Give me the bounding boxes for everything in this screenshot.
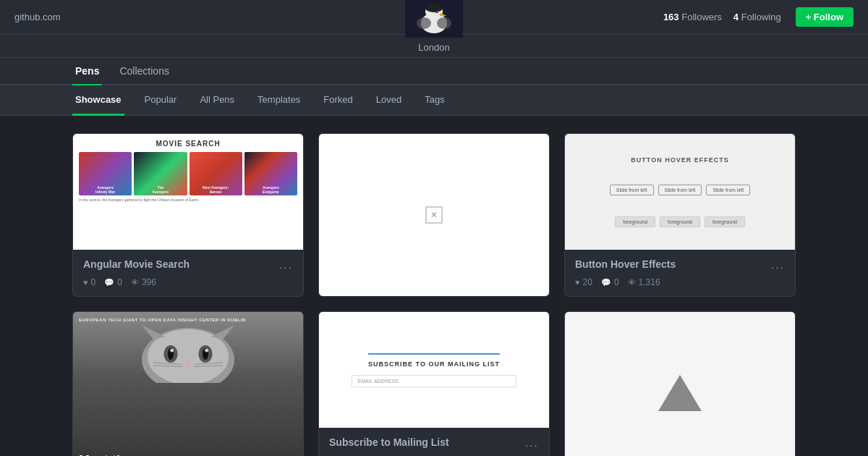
svg-point-6 — [437, 11, 438, 12]
card-footer-3: Button Hover Effects ··· ♥ 20 💬 0 👁 1,31… — [565, 250, 795, 296]
mini-btn-filled-3: foreground — [705, 216, 745, 227]
followers-count: 163 Followers — [663, 12, 722, 22]
svg-point-4 — [425, 4, 443, 12]
svg-point-7 — [417, 17, 431, 29]
btn-hover-title: BUTTON HOVER EFFECTS — [631, 156, 728, 164]
views-stat-1: 👁 396 — [131, 277, 156, 287]
movie-search-title: MOVIE SEARCH — [79, 140, 297, 148]
poster-label-4: AvengersEndgame — [244, 185, 297, 194]
more-button-5[interactable]: ··· — [525, 439, 539, 452]
site-link[interactable]: github.com — [14, 12, 61, 22]
meet-the-text: Meet the — [79, 453, 132, 456]
card-stats-3: ♥ 20 💬 0 👁 1,316 — [575, 277, 785, 287]
poster-1: AvengersInfinity War — [79, 152, 132, 195]
mini-btn-1: Slide from left — [610, 185, 654, 195]
header-right: 163 Followers 4 Following + Follow — [663, 7, 854, 27]
poster-label-3: Next Avengers:Heroes — [190, 185, 242, 194]
subscribe-title: SUBSCRIBE TO OUR MAILING LIST — [368, 353, 500, 368]
card-preview-css-menu[interactable]: ✕ — [319, 134, 549, 296]
avatar — [405, 0, 463, 38]
card-angular-movie-search: MOVIE SEARCH AvengersInfinity War TheAve… — [72, 133, 304, 297]
card-preview-triangle[interactable] — [565, 312, 795, 456]
svg-point-5 — [435, 10, 438, 13]
movie-desc: In the comics, the Avengers gathered to … — [79, 198, 297, 202]
card-preview-movie[interactable]: MOVIE SEARCH AvengersInfinity War TheAve… — [73, 134, 303, 250]
card-preview-cat[interactable]: EUROPEAN TECH GIANT TO OPEN DATA INSIGHT… — [73, 312, 303, 456]
avatar-section — [405, 0, 463, 38]
card-triangle: Triangle Shape ··· ♥ 0 💬 0 👁 0 — [564, 311, 796, 456]
email-field-preview: EMAIL ADDRESS — [352, 375, 517, 387]
svg-marker-12 — [211, 325, 234, 339]
header: github.com — [0, 0, 868, 35]
comment-icon-1: 💬 — [104, 278, 114, 287]
btn-row-2: foreground foreground foreground — [615, 216, 745, 227]
location-text: London — [418, 42, 449, 53]
eye-icon-1: 👁 — [131, 278, 139, 287]
sub-nav-tags[interactable]: Tags — [422, 85, 447, 116]
comments-stat-3: 💬 0 — [601, 277, 619, 287]
sub-nav-popular[interactable]: Popular — [142, 85, 180, 116]
following-count: 4 Following — [733, 12, 781, 22]
poster-4: AvengersEndgame — [244, 152, 297, 195]
header-left: github.com — [14, 12, 61, 22]
eye-icon-3: 👁 — [628, 278, 636, 287]
sub-nav-all-pens[interactable]: All Pens — [197, 85, 237, 116]
views-stat-3: 👁 1,316 — [628, 277, 660, 287]
svg-point-17 — [170, 349, 174, 352]
card-actions-1: Angular Movie Search ··· — [83, 258, 293, 277]
card-css-menu-icon: ✕ Pure CSS Menu Icon - Close ··· ♥ 29 💬 … — [318, 133, 550, 297]
sub-nav-templates[interactable]: Templates — [255, 85, 303, 116]
card-title-5: Subscribe to Mailing List — [329, 436, 449, 448]
triangle-shape-icon — [658, 375, 702, 411]
broken-image-icon: ✕ — [425, 206, 443, 224]
more-button-3[interactable]: ··· — [771, 261, 785, 274]
card-preview-button-hover[interactable]: BUTTON HOVER EFFECTS Slide from left Sli… — [565, 134, 795, 250]
btn-row-1: Slide from left Slide from left Slide fr… — [610, 185, 750, 195]
card-title-3: Button Hover Effects — [575, 258, 676, 270]
likes-stat-3: ♥ 20 — [575, 277, 592, 287]
svg-point-8 — [437, 17, 451, 29]
mini-btn-filled-1: foreground — [615, 216, 655, 227]
card-footer-2: Pure CSS Menu Icon - Close ··· ♥ 29 💬 0 … — [319, 296, 549, 297]
more-button-1[interactable]: ··· — [279, 261, 293, 274]
card-preview-subscribe[interactable]: SUBSCRIBE TO OUR MAILING LIST EMAIL ADDR… — [319, 312, 549, 428]
card-actions-3: Button Hover Effects ··· — [575, 258, 785, 277]
card-footer-5: Subscribe to Mailing List ··· ♥ 0 💬 0 👁 … — [319, 428, 549, 456]
svg-marker-11 — [142, 325, 165, 339]
cat-face-svg — [79, 325, 297, 383]
svg-point-18 — [205, 349, 208, 352]
avatar-image — [405, 0, 463, 38]
poster-label-2: TheAvengers — [134, 185, 187, 194]
sub-nav-forked[interactable]: Forked — [320, 85, 355, 116]
comment-icon-3: 💬 — [601, 278, 611, 287]
poster-2: TheAvengers — [134, 152, 187, 195]
heart-icon-1: ♥ — [83, 278, 88, 287]
location-row: London — [0, 35, 868, 58]
email-placeholder: EMAIL ADDRESS — [358, 379, 399, 384]
sub-nav-loved[interactable]: Loved — [373, 85, 404, 116]
likes-stat-1: ♥ 0 — [83, 277, 95, 287]
comments-stat-1: 💬 0 — [104, 277, 122, 287]
poster-label-1: AvengersInfinity War — [79, 185, 132, 194]
cards-container: MOVIE SEARCH AvengersInfinity War TheAve… — [0, 116, 868, 456]
sub-nav-showcase[interactable]: Showcase — [72, 85, 124, 116]
main-nav: Pens Collections — [0, 58, 868, 85]
main-nav-collections[interactable]: Collections — [116, 58, 171, 85]
poster-3: Next Avengers:Heroes — [190, 152, 242, 195]
card-actions-5: Subscribe to Mailing List ··· — [329, 436, 539, 455]
follow-button[interactable]: + Follow — [796, 7, 854, 27]
card-title-1: Angular Movie Search — [83, 258, 190, 270]
mini-btn-2: Slide from left — [658, 185, 702, 195]
mini-btn-filled-2: foreground — [660, 216, 700, 227]
sub-nav: Showcase Popular All Pens Templates Fork… — [0, 85, 868, 116]
heart-icon-3: ♥ — [575, 278, 580, 287]
card-footer-1: Angular Movie Search ··· ♥ 0 💬 0 👁 396 — [73, 250, 303, 296]
movie-posters: AvengersInfinity War TheAvengers Next Av… — [79, 152, 297, 195]
card-stats-1: ♥ 0 💬 0 👁 396 — [83, 277, 293, 287]
mini-btn-3: Slide from left — [706, 185, 750, 195]
card-meet-the: EUROPEAN TECH GIANT TO OPEN DATA INSIGHT… — [72, 311, 304, 456]
cat-background: EUROPEAN TECH GIANT TO OPEN DATA INSIGHT… — [73, 312, 303, 456]
main-nav-pens[interactable]: Pens — [72, 58, 102, 85]
followers-info: 163 Followers 4 Following — [663, 12, 781, 22]
cat-news-text: EUROPEAN TECH GIANT TO OPEN DATA INSIGHT… — [79, 318, 246, 322]
